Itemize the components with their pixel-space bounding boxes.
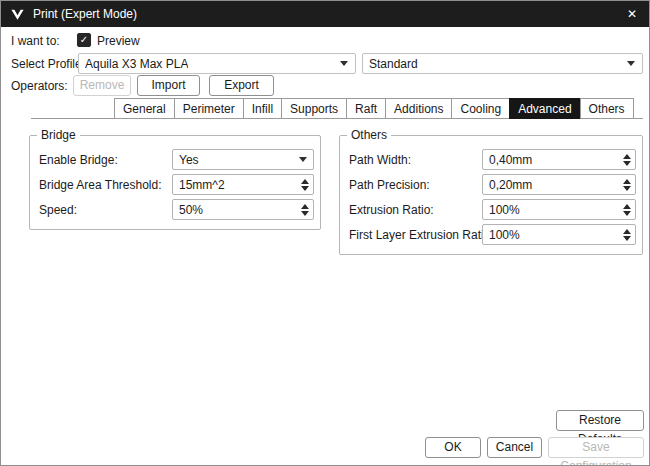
enable-bridge-label: Enable Bridge: [39, 153, 118, 167]
spinner-buttons[interactable] [619, 200, 635, 219]
close-icon[interactable]: ✕ [615, 1, 649, 27]
spin-up-icon[interactable] [623, 154, 631, 159]
operators-label: Operators: [11, 79, 68, 93]
first-layer-extrusion-ratio-value: 100% [483, 228, 619, 242]
chevron-down-icon [627, 61, 635, 66]
material-dropdown[interactable]: Standard [362, 53, 643, 74]
bridge-group-title: Bridge [37, 128, 80, 142]
enable-bridge-dropdown[interactable]: Yes [172, 149, 314, 170]
preview-label: Preview [97, 34, 140, 48]
spinner-buttons[interactable] [619, 225, 635, 244]
tab-others[interactable]: Others [580, 98, 634, 119]
spin-up-icon[interactable] [623, 229, 631, 234]
window-title: Print (Expert Mode) [33, 7, 137, 21]
settings-tabbar: General Perimeter Infill Supports Raft A… [114, 98, 634, 119]
bridge-area-threshold-label: Bridge Area Threshold: [39, 178, 162, 192]
spin-up-icon[interactable] [623, 204, 631, 209]
path-width-label: Path Width: [349, 153, 411, 167]
bridge-area-threshold-value: 15mm^2 [173, 178, 297, 192]
print-expert-mode-dialog: Print (Expert Mode) ✕ I want to: Preview… [0, 0, 650, 466]
tab-supports[interactable]: Supports [281, 98, 347, 119]
speed-value: 50% [173, 203, 297, 217]
spin-up-icon[interactable] [301, 204, 309, 209]
tab-additions[interactable]: Additions [385, 98, 452, 119]
remove-button[interactable]: Remove [73, 75, 131, 96]
path-precision-spinner[interactable]: 0,20mm [482, 174, 636, 195]
spin-down-icon[interactable] [623, 211, 631, 216]
ok-button[interactable]: OK [425, 437, 481, 458]
spin-down-icon[interactable] [623, 186, 631, 191]
spinner-buttons[interactable] [619, 175, 635, 194]
path-width-value: 0,40mm [483, 153, 619, 167]
profile-dropdown[interactable]: Aquila X3 Max PLA [78, 53, 356, 74]
save-configuration-button[interactable]: Save Configuration [548, 437, 644, 458]
titlebar: Print (Expert Mode) ✕ [1, 1, 649, 27]
restore-defaults-button[interactable]: Restore Defaults [556, 410, 644, 431]
cancel-button[interactable]: Cancel [487, 437, 542, 458]
preview-checkbox[interactable] [77, 33, 91, 47]
enable-bridge-value: Yes [173, 153, 299, 167]
others-group: Others Path Width: 0,40mm Path Precision… [339, 135, 643, 255]
chevron-down-icon [299, 157, 307, 162]
first-layer-extrusion-ratio-label: First Layer Extrusion Ratio: [349, 228, 494, 242]
path-precision-label: Path Precision: [349, 178, 430, 192]
tab-perimeter[interactable]: Perimeter [174, 98, 244, 119]
spin-down-icon[interactable] [623, 236, 631, 241]
spinner-buttons[interactable] [297, 175, 313, 194]
spinner-buttons[interactable] [619, 150, 635, 169]
export-button[interactable]: Export [209, 75, 274, 96]
speed-label: Speed: [39, 203, 77, 217]
spin-down-icon[interactable] [623, 161, 631, 166]
tab-infill[interactable]: Infill [243, 98, 282, 119]
speed-spinner[interactable]: 50% [172, 199, 314, 220]
spinner-buttons[interactable] [297, 200, 313, 219]
others-group-title: Others [347, 128, 391, 142]
first-layer-extrusion-ratio-spinner[interactable]: 100% [482, 224, 636, 245]
tab-cooling[interactable]: Cooling [451, 98, 510, 119]
tab-advanced[interactable]: Advanced [509, 98, 580, 119]
bridge-area-threshold-spinner[interactable]: 15mm^2 [172, 174, 314, 195]
spin-up-icon[interactable] [301, 179, 309, 184]
tab-raft[interactable]: Raft [346, 98, 386, 119]
bridge-group: Bridge Enable Bridge: Yes Bridge Area Th… [29, 135, 321, 230]
extrusion-ratio-label: Extrusion Ratio: [349, 203, 434, 217]
select-profile-label: Select Profile: [11, 57, 85, 71]
spin-up-icon[interactable] [623, 179, 631, 184]
tab-general[interactable]: General [114, 98, 175, 119]
spin-down-icon[interactable] [301, 211, 309, 216]
spin-down-icon[interactable] [301, 186, 309, 191]
material-value: Standard [369, 57, 418, 71]
chevron-down-icon [340, 61, 348, 66]
extrusion-ratio-spinner[interactable]: 100% [482, 199, 636, 220]
app-logo-icon [10, 7, 25, 22]
profile-value: Aquila X3 Max PLA [85, 57, 188, 71]
path-precision-value: 0,20mm [483, 178, 619, 192]
path-width-spinner[interactable]: 0,40mm [482, 149, 636, 170]
i-want-to-label: I want to: [11, 34, 60, 48]
import-button[interactable]: Import [137, 75, 200, 96]
extrusion-ratio-value: 100% [483, 203, 619, 217]
